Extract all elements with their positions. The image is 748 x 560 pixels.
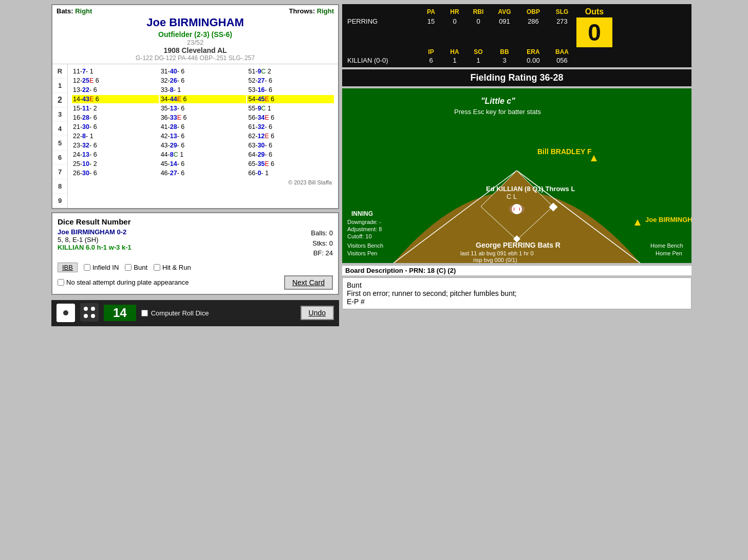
dice-pitcher: KILLIAN 6.0 h-1 w-3 k-1 bbox=[58, 244, 132, 251]
result-cell: 36-33E 6 bbox=[160, 114, 247, 122]
svg-text:risp bvg 000 (0/1): risp bvg 000 (0/1) bbox=[473, 257, 517, 263]
computer-roll-checkbox[interactable] bbox=[141, 310, 148, 316]
svg-point-1 bbox=[63, 310, 68, 315]
card-numbers: 23/52 bbox=[57, 39, 334, 46]
batter-slg: 273 bbox=[548, 17, 576, 25]
board-desc-line3: E-P # bbox=[347, 297, 687, 306]
svg-text:Adjustment: 8: Adjustment: 8 bbox=[347, 226, 382, 232]
result-cell: 51-9C 2 bbox=[247, 67, 334, 76]
svg-text:last 11 ab bvg 091 ebh 1 hr 0: last 11 ab bvg 091 ebh 1 hr 0 bbox=[460, 250, 534, 256]
header-slg: SLG bbox=[548, 8, 576, 15]
results-table: 11-7- 131-40- 651-9C 212-25E 632-26- 652… bbox=[71, 66, 335, 178]
result-cell: 13-22- 6 bbox=[72, 86, 159, 94]
right-panel: PA HR RBI AVG OBP SLG Outs PERRING 15 0 … bbox=[342, 4, 691, 326]
infield-in-checkbox[interactable]: Infield IN bbox=[84, 264, 119, 271]
result-cell: 66-0- 1 bbox=[247, 169, 334, 177]
svg-text:Home Pen: Home Pen bbox=[656, 250, 682, 256]
board-desc-line2: First on error; runner to second; pitche… bbox=[347, 289, 687, 297]
fielding-rating: Fielding Rating 36-28 bbox=[342, 69, 691, 86]
result-cell: 11-7- 1 bbox=[72, 67, 159, 76]
header-era: ERA bbox=[519, 48, 548, 55]
svg-text:Visitors Pen: Visitors Pen bbox=[347, 250, 378, 256]
dice-display-row: 14 Computer Roll Dice Undo bbox=[51, 300, 339, 326]
throws-label: Throws: Right bbox=[289, 7, 334, 15]
row-label-7: 7 bbox=[52, 165, 67, 179]
row-label-2: 2 bbox=[52, 93, 67, 107]
result-cell: 22-8- 1 bbox=[72, 132, 159, 140]
computer-roll-label: Computer Roll Dice bbox=[151, 309, 209, 317]
batter-avg: 091 bbox=[490, 17, 519, 25]
player-position: Outfielder (2-3) (SS-6) bbox=[57, 30, 334, 39]
svg-point-18 bbox=[512, 204, 522, 214]
result-cell: 15-11- 2 bbox=[72, 104, 159, 113]
result-cell: 34-44E 6 bbox=[160, 95, 247, 103]
result-cell: 52-27- 6 bbox=[247, 77, 334, 85]
result-cell: 63-30- 6 bbox=[247, 141, 334, 150]
row-label-r: R bbox=[52, 64, 67, 79]
row-label-5: 5 bbox=[52, 136, 67, 151]
result-cell: 21-30- 6 bbox=[72, 123, 159, 131]
result-cell: 23-32- 6 bbox=[72, 141, 159, 150]
team-name: 1908 Cleveland AL bbox=[57, 46, 334, 54]
board-desc-line1: Bunt bbox=[347, 281, 687, 289]
result-cell: 46-27- 6 bbox=[160, 169, 247, 177]
card-stats: G-122 DG-122 PA-446 OBP-.251 SLG-.257 bbox=[57, 54, 334, 62]
header-hr: HR bbox=[443, 8, 466, 15]
scoreboard: PA HR RBI AVG OBP SLG Outs PERRING 15 0 … bbox=[342, 4, 691, 67]
result-cell: 61-32- 6 bbox=[247, 123, 334, 131]
ibb-button[interactable]: IBB bbox=[58, 263, 78, 272]
board-desc-body: Bunt First on error; runner to second; p… bbox=[342, 277, 691, 309]
svg-text:Downgrade: -: Downgrade: - bbox=[347, 219, 381, 225]
baseball-field: Bill BRADLEY F Ed KILLIAN (8 Q1) Throws … bbox=[342, 88, 691, 263]
result-cell: 24-13- 6 bbox=[72, 151, 159, 159]
header-avg: AVG bbox=[490, 8, 519, 15]
svg-text:"Little c": "Little c" bbox=[481, 97, 515, 105]
svg-text:Press Esc key for batter stats: Press Esc key for batter stats bbox=[454, 108, 541, 116]
die-white bbox=[57, 304, 75, 322]
header-ha: HA bbox=[443, 48, 466, 55]
svg-text:Joe BIRMINGHAM: Joe BIRMINGHAM bbox=[645, 216, 691, 223]
result-cell: 35-13- 6 bbox=[160, 104, 247, 113]
dice-result: 5, 8, E-1 (SH) bbox=[58, 236, 132, 244]
result-cell: 31-40- 6 bbox=[160, 67, 247, 76]
pitcher-era: 0.00 bbox=[519, 57, 548, 64]
header-bb: BB bbox=[490, 48, 519, 55]
bats-label: Bats: Right bbox=[57, 7, 92, 15]
result-cell: 26-30- 6 bbox=[72, 169, 159, 177]
outs-display: 0 bbox=[576, 17, 612, 47]
svg-text:Home Bench: Home Bench bbox=[650, 242, 683, 249]
bats-value: Right bbox=[75, 7, 92, 15]
header-ip: IP bbox=[419, 48, 443, 55]
batter-pa: 15 bbox=[419, 17, 443, 25]
row-label-9: 9 bbox=[52, 194, 67, 208]
result-cell: 14-43E 6 bbox=[72, 95, 159, 103]
board-desc-header: Board Description - PRN: 18 (C) (2) bbox=[342, 265, 691, 275]
pitcher-so: 1 bbox=[466, 57, 490, 64]
result-cell: 41-28- 6 bbox=[160, 123, 247, 131]
batter-hr: 0 bbox=[443, 17, 466, 25]
svg-text:Visitors Bench: Visitors Bench bbox=[347, 242, 383, 249]
svg-point-6 bbox=[91, 314, 95, 318]
result-cell: 44-8C 1 bbox=[160, 151, 247, 159]
next-card-button[interactable]: Next Card bbox=[284, 275, 333, 290]
result-cell: 43-29- 6 bbox=[160, 141, 247, 150]
svg-point-3 bbox=[84, 307, 88, 311]
pitcher-bb: 3 bbox=[490, 57, 519, 64]
svg-point-5 bbox=[84, 314, 88, 318]
bf-count: BF: 24 bbox=[311, 248, 333, 258]
player-name: Joe BIRMINGHAM bbox=[57, 16, 334, 29]
result-cell: 54-45E 6 bbox=[247, 95, 334, 103]
svg-text:Bill BRADLEY  F: Bill BRADLEY F bbox=[537, 147, 592, 156]
bunt-checkbox[interactable]: Bunt bbox=[125, 264, 147, 271]
hit-and-run-checkbox[interactable]: Hit & Run bbox=[154, 264, 191, 271]
header-outs: Outs bbox=[576, 7, 612, 16]
svg-text:Ed KILLIAN (8 Q1) Throws L: Ed KILLIAN (8 Q1) Throws L bbox=[486, 185, 575, 193]
no-steal-checkbox[interactable]: No steal attempt during plate appearance bbox=[58, 278, 189, 286]
pitcher-name: KILLIAN (0-0) bbox=[347, 57, 419, 64]
result-cell: 32-26- 6 bbox=[160, 77, 247, 85]
svg-text:George PERRING Bats R: George PERRING Bats R bbox=[476, 241, 560, 249]
undo-button[interactable]: Undo bbox=[301, 306, 334, 320]
result-cell: 33-8- 1 bbox=[160, 86, 247, 94]
svg-text:Cutoff: 10: Cutoff: 10 bbox=[347, 233, 372, 239]
pitcher-baa: 056 bbox=[548, 57, 576, 64]
